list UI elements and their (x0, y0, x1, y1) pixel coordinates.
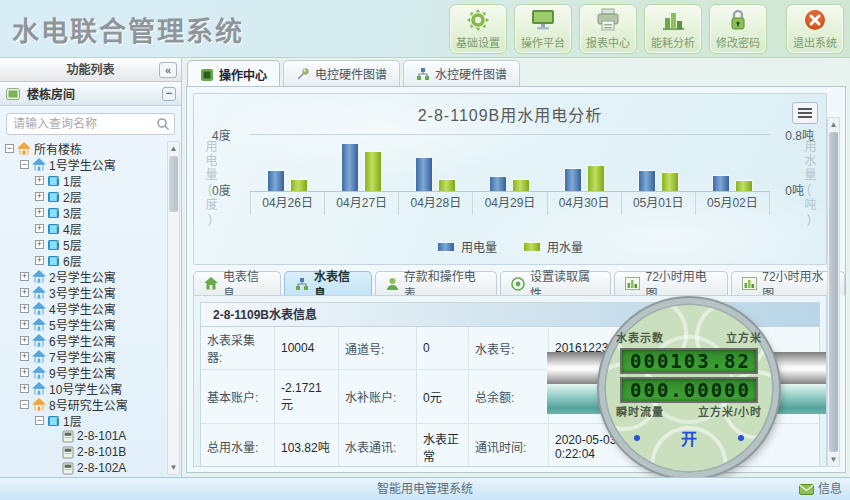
valve-open-button[interactable]: 开 (681, 426, 697, 450)
panel-minimize-icon[interactable]: − (162, 87, 176, 101)
tab-电表信息[interactable]: 电表信息 (193, 271, 281, 295)
tree-item-label: 2-8-101A (77, 429, 126, 443)
detail-tabs: 电表信息水表信息存款和操作电表设置读取属性72小时用电图72小时用水图 (193, 271, 845, 295)
valve-dot-left (634, 435, 640, 441)
tab-设置读取属性[interactable]: 设置读取属性 (500, 271, 611, 295)
floor-icon (47, 174, 60, 187)
lock-button[interactable]: 修改密码 (709, 4, 767, 54)
tree-item[interactable]: +7号学生公寓 (5, 348, 166, 364)
tab-水表信息[interactable]: 水表信息 (284, 271, 372, 295)
tree-item[interactable]: −8号研究生公寓 (5, 396, 166, 412)
tree-item[interactable]: +6号学生公寓 (5, 332, 166, 348)
tab-操作中心[interactable]: 操作中心 (187, 60, 280, 88)
expand-icon[interactable]: + (20, 288, 29, 297)
chart-button[interactable]: 能耗分析 (644, 4, 702, 54)
expand-icon[interactable]: + (20, 304, 29, 313)
scroll-up-icon[interactable]: ▲ (828, 118, 839, 131)
sidebar-collapse-icon[interactable]: « (159, 62, 177, 78)
electricity-bar (267, 170, 285, 191)
tree-item[interactable]: +4层 (5, 220, 166, 236)
tree-item[interactable]: +4号学生公寓 (5, 300, 166, 316)
expand-icon[interactable]: + (35, 240, 44, 249)
tree-item[interactable]: 2-8-102A (5, 460, 166, 476)
collapse-icon[interactable]: − (35, 416, 44, 425)
gear-icon (466, 8, 490, 32)
chart-bars (250, 134, 770, 191)
expand-icon[interactable]: + (20, 368, 29, 377)
legend-item-用电量[interactable]: 用电量 (437, 238, 497, 255)
tree-item[interactable]: +5层 (5, 236, 166, 252)
house-orange-icon (17, 142, 31, 155)
gear-button[interactable]: 基础设置 (449, 4, 507, 54)
scrollbar-thumb[interactable] (169, 156, 178, 212)
tree-item-label: 1层 (63, 412, 82, 429)
bar-group (473, 134, 547, 191)
chart-icon (660, 8, 686, 32)
expand-icon[interactable]: + (20, 352, 29, 361)
tab-水控硬件图谱[interactable]: 水控硬件图谱 (403, 60, 520, 86)
tree-item-label: 1号学生公寓 (49, 156, 116, 173)
tab-存款和操作电表[interactable]: 存款和操作电表 (375, 271, 497, 295)
water-bar (290, 179, 308, 191)
sidebar: 功能列表 « 楼栋房间 − −所有楼栋−1号学生公寓+1层+2层+3层+4层+5… (0, 58, 182, 477)
bar-group (250, 134, 324, 191)
expand-icon[interactable]: + (20, 272, 29, 281)
app-title: 水电联合管理系统 (12, 10, 244, 49)
search-input[interactable] (6, 113, 175, 135)
message-button[interactable]: 信息 (799, 478, 842, 500)
legend-item-用水量[interactable]: 用水量 (523, 238, 583, 255)
house-blue-icon (32, 318, 46, 331)
printer-button[interactable]: 报表中心 (579, 4, 637, 54)
header-toolbar: 基础设置操作平台报表中心能耗分析修改密码退出系统 (449, 4, 844, 54)
tree-item[interactable]: +2层 (5, 188, 166, 204)
main-scrollbar[interactable]: ▲ ▼ (827, 117, 840, 467)
scrollbar-thumb[interactable] (829, 132, 838, 452)
expand-icon[interactable]: + (35, 176, 44, 185)
tree-item[interactable]: −所有楼栋 (5, 140, 166, 156)
tree-item[interactable]: −1号学生公寓 (5, 156, 166, 172)
expand-icon[interactable]: + (20, 320, 29, 329)
sidebar-scrollbar[interactable]: ▲ ▼ (167, 141, 180, 475)
table-value-cell: 0元 (417, 370, 469, 423)
tree-item[interactable]: +2号学生公寓 (5, 268, 166, 284)
tree-item[interactable]: +3层 (5, 204, 166, 220)
floor-icon (47, 206, 60, 219)
monitor-icon (530, 8, 556, 32)
collapse-icon[interactable]: − (20, 160, 29, 169)
tree-item-label: 2-8-101B (77, 445, 126, 459)
scroll-down-icon[interactable]: ▼ (168, 461, 179, 474)
message-label: 信息 (818, 478, 842, 500)
tree-item[interactable]: +6层 (5, 252, 166, 268)
collapse-icon[interactable]: − (20, 400, 29, 409)
scroll-down-icon[interactable]: ▼ (828, 453, 839, 466)
room-icon (62, 446, 74, 459)
tree-item[interactable]: +1层 (5, 172, 166, 188)
toolbar-button-label: 退出系统 (793, 34, 837, 50)
search-icon[interactable] (156, 117, 170, 134)
tree-item[interactable]: 2-8-101A (5, 428, 166, 444)
exit-button[interactable]: 退出系统 (786, 4, 844, 54)
tree-item[interactable]: +3号学生公寓 (5, 284, 166, 300)
tree-item[interactable]: 2-8-101B (5, 444, 166, 460)
expand-icon[interactable]: + (20, 384, 29, 393)
tree-item[interactable]: −1层 (5, 412, 166, 428)
expand-icon[interactable]: + (35, 192, 44, 201)
tree-item[interactable]: +5号学生公寓 (5, 316, 166, 332)
expand-icon[interactable]: + (35, 256, 44, 265)
meter-flow-unit: 立方米/小时 (698, 403, 762, 419)
table-value-cell: -2.1721元 (275, 370, 339, 423)
floor-icon (47, 222, 60, 235)
tree-item[interactable]: +10号学生公寓 (5, 380, 166, 396)
collapse-icon[interactable]: − (5, 144, 14, 153)
expand-icon[interactable]: + (35, 224, 44, 233)
scroll-up-icon[interactable]: ▲ (168, 142, 179, 155)
expand-icon[interactable]: + (35, 208, 44, 217)
chart-menu-icon[interactable] (792, 102, 818, 124)
tab-电控硬件图谱[interactable]: 电控硬件图谱 (283, 60, 400, 86)
monitor-button[interactable]: 操作平台 (514, 4, 572, 54)
tree-item-label: 3号学生公寓 (49, 284, 116, 301)
tree-item[interactable]: +9号学生公寓 (5, 364, 166, 380)
tab-72小时用电图[interactable]: 72小时用电图 (614, 271, 728, 295)
expand-icon[interactable]: + (20, 336, 29, 345)
meter-reading-label: 水表示数 (616, 329, 664, 345)
